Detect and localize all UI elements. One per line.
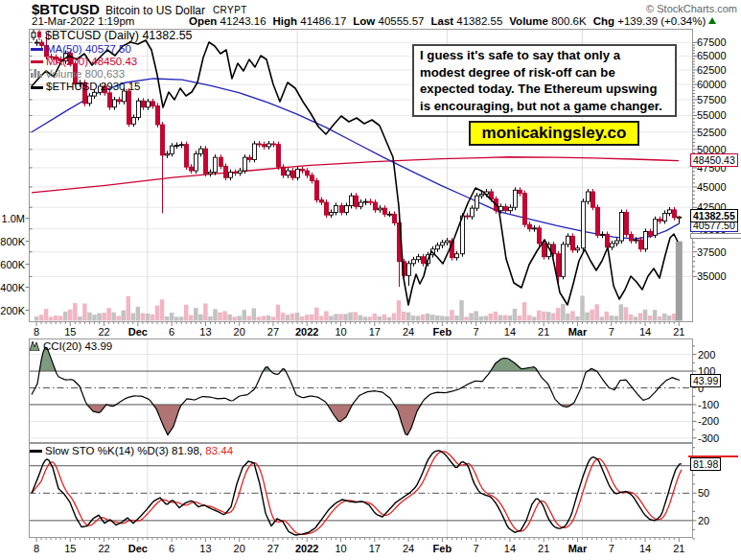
date-axis-label: 20 — [234, 326, 245, 338]
date-axis-label: 14 — [504, 326, 516, 338]
date-axis-label: 8 — [34, 543, 39, 554]
date-axis-label: 6 — [169, 326, 174, 338]
date-axis-label: 7 — [609, 326, 614, 338]
date-axis-label: 2022 — [295, 543, 318, 554]
sto-d-value: 83.44 — [205, 445, 233, 456]
quote-summary: Open 41243.16High 41486.17Low 40555.57La… — [182, 15, 716, 27]
cci-legend: CCI(20) 43.99 — [30, 340, 112, 354]
chg-up-triangle-icon — [708, 17, 716, 24]
date-axis-label: 8 — [34, 326, 39, 338]
date-axis-label: 21 — [538, 543, 549, 554]
eth-line-icon — [31, 86, 43, 89]
price-axis-label: 62500 — [697, 64, 727, 76]
date-axis-label: 21 — [538, 326, 549, 338]
date-axis-label: 13 — [199, 326, 211, 338]
date-axis-label: 17 — [369, 326, 381, 338]
legend-symbol-row: $BTCUSD (Daily) 41382.55 — [31, 30, 193, 43]
date-axis-label: 7 — [609, 543, 614, 554]
date-axis-label: 27 — [267, 326, 279, 338]
sto-line-icon — [30, 450, 42, 453]
volume-axis-label: 400K — [0, 282, 25, 293]
date-axis-label: 7 — [474, 326, 479, 338]
exchange-label: CRYPT — [213, 5, 247, 15]
date-axis-label: Mar — [568, 326, 588, 338]
date-axis-label: 10 — [335, 326, 346, 338]
price-axis-label: 60000 — [697, 79, 727, 90]
quote-field-label: High — [273, 15, 298, 27]
legend-volume-text: Volume 800,633 — [45, 68, 125, 80]
last-price-box: 41382.55 — [690, 209, 738, 222]
cci-area-icon — [30, 340, 40, 354]
sto-value-box: 81.98 — [690, 457, 721, 471]
date-axis-label: 15 — [64, 543, 76, 554]
ma200-line-icon — [31, 60, 43, 63]
legend-symbol-text: $BTCUSD (Daily) 41382.55 — [45, 29, 193, 42]
date-axis-label: 20 — [234, 543, 245, 554]
date-axis-label: 27 — [267, 543, 279, 554]
quote-field-label: Volume — [509, 15, 548, 27]
date-axis-label: 21 — [673, 326, 684, 338]
legend-ma200-text: MA(200) 48450.43 — [46, 56, 137, 67]
date-axis-label: 14 — [639, 326, 651, 338]
legend-eth-row: $ETHUSD 2930.15 — [31, 81, 193, 93]
date-axis-label: 14 — [639, 543, 651, 554]
main-legend: $BTCUSD (Daily) 41382.55 MA(50) 40577.50… — [31, 30, 193, 93]
cci-axis-label: 200 — [698, 349, 715, 361]
date-axis-label: Dec — [128, 543, 148, 554]
sto-axis-label: 50 — [698, 487, 709, 499]
cci-value-box: 43.99 — [690, 374, 721, 387]
date-axis-label: 13 — [199, 543, 211, 554]
sto-legend-text: Slow STO %K(14) %D(3) 81.98, — [45, 445, 202, 456]
date-axis-label: 24 — [403, 326, 414, 338]
ma50-line-icon — [31, 48, 43, 51]
legend-eth-text: $ETHUSD 2930.15 — [46, 81, 140, 92]
price-axis-label: 57500 — [697, 94, 727, 105]
date-axis-label: 22 — [98, 326, 109, 338]
chart-datetime: 21-Mar-2022 1:19pm — [32, 15, 134, 27]
cci-axis-label: -300 — [698, 432, 719, 444]
hidden-value-box — [690, 233, 741, 239]
cci-axis-label: -100 — [698, 399, 719, 410]
price-axis-label: 35000 — [697, 270, 727, 282]
price-axis-label: 55000 — [697, 109, 727, 121]
cci-axis-label: -200 — [698, 415, 719, 427]
quote-field-label: Open — [189, 15, 217, 27]
sto-axis-label: 20 — [698, 515, 709, 526]
price-axis-label: 67500 — [697, 36, 727, 48]
header: $BTCUSD Bitcoin to US Dollar CRYPT © Sto… — [0, 0, 741, 29]
date-axis-label: Dec — [128, 326, 148, 338]
volume-axis-label: 1.0M — [0, 213, 25, 224]
date-axis-label: Feb — [433, 326, 452, 338]
sto-legend: Slow STO %K(14) %D(3) 81.98, 83.44 — [30, 445, 233, 457]
quote-field-label: Last — [430, 15, 453, 27]
annotation-box: I guess it's safe to say that only a mod… — [412, 44, 677, 117]
date-axis-label: 6 — [169, 543, 174, 554]
volume-histogram-icon — [31, 68, 42, 81]
date-axis-label: 7 — [474, 543, 479, 554]
date-axis-label: 22 — [98, 543, 109, 554]
date-axis-label: Mar — [568, 543, 588, 554]
date-axis-label: 17 — [369, 543, 381, 554]
quote-field-label: Low — [353, 15, 375, 27]
volume-axis-label: 800K — [0, 236, 25, 247]
date-axis-label: 14 — [504, 543, 516, 554]
date-axis-label: 2022 — [295, 326, 318, 338]
price-axis-label: 52500 — [697, 127, 727, 138]
date-axis-label: 10 — [335, 543, 346, 554]
cci-legend-text: CCI(20) 43.99 — [43, 340, 112, 352]
price-axis-label: 65000 — [697, 50, 727, 61]
date-axis-label: 15 — [64, 326, 76, 338]
date-axis-label: 24 — [403, 543, 414, 554]
legend-volume-row: Volume 800,633 — [31, 68, 193, 81]
date-axis-label: Feb — [433, 543, 452, 554]
copyright: © StockCharts.com — [646, 3, 737, 14]
legend-ma50-text: MA(50) 40577.50 — [46, 43, 131, 55]
volume-axis-label: 200K — [0, 305, 25, 316]
ma200-value-box: 48450.43 — [690, 153, 738, 167]
site-watermark: monicakingsley.co — [469, 121, 639, 146]
price-axis-label: 45000 — [697, 181, 727, 193]
legend-ma200-row: MA(200) 48450.43 — [31, 56, 193, 68]
quote-field-label: Chg — [593, 15, 614, 27]
candlestick-icon — [31, 30, 42, 43]
price-axis-label: 37500 — [697, 246, 727, 258]
